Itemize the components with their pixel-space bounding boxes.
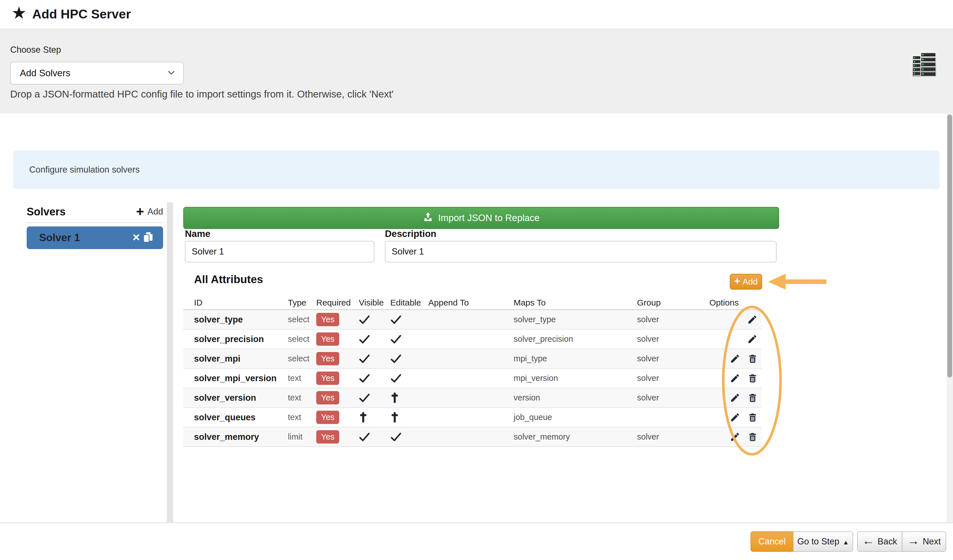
next-label: Next [923,537,941,547]
attr-id: solver_queues [194,412,288,422]
attr-type: select [288,334,316,344]
check-icon [359,354,390,364]
attr-options [709,353,762,364]
attribute-row: solver_precisionselectYessolver_precisio… [183,330,762,349]
required-badge: Yes [316,313,339,326]
attr-maps-to: version [514,393,637,402]
attribute-row: solver_mpi_versiontextYesmpi_versionsolv… [183,369,762,388]
attr-group: solver [637,432,709,441]
scrollbar-thumb[interactable] [947,114,952,377]
pencil-icon[interactable] [747,334,757,344]
check-icon [390,354,428,364]
upload-icon [423,212,433,224]
plus-icon: + [136,206,144,217]
add-solver-button[interactable]: + Add [136,206,163,217]
attr-id: solver_type [194,314,288,325]
import-json-button[interactable]: Import JSON to Replace [183,207,779,229]
drop-hint-text: Drop a JSON-formatted HPC config file to… [10,88,394,100]
trash-icon[interactable] [748,432,757,442]
required-badge: Yes [316,333,339,346]
check-icon [359,393,390,403]
required-badge: Yes [316,352,339,365]
column-header-type: Type [288,298,316,308]
plus-icon: + [734,275,740,287]
wizard-footer: Cancel Go to Step ▲ ← Back → Next [0,522,953,560]
info-banner: Configure simulation solvers [13,150,940,189]
attr-type: select [288,315,316,324]
name-input[interactable] [185,241,374,262]
attr-options [709,314,762,325]
solvers-panel-header: Solvers + Add [26,206,163,223]
required-badge: Yes [316,391,339,404]
attribute-row: solver_typeselectYessolver_typesolver [183,310,762,330]
column-header-required: Required [316,298,359,308]
check-icon [359,314,390,325]
page-title: Add HPC Server [33,7,131,22]
cross-icon [390,392,428,404]
solvers-title: Solvers [26,206,65,218]
add-attribute-label: Add [743,277,757,286]
attr-required: Yes [316,352,359,365]
column-header-group: Group [637,298,709,308]
attr-group: solver [637,354,709,364]
attr-group: solver [637,393,709,402]
attributes-table-header: ID Type Required Visible Editable Append… [183,296,762,310]
attr-group: solver [637,373,709,383]
required-badge: Yes [316,371,339,385]
attr-type: text [288,373,316,383]
back-label: Back [877,537,897,547]
cross-icon [390,411,428,423]
attr-id: solver_precision [194,334,288,344]
all-attributes-title: All Attributes [194,273,263,286]
solver-item-actions: × [132,231,154,244]
back-button[interactable]: ← Back [857,531,902,552]
cross-icon [359,411,390,423]
attr-maps-to: mpi_version [514,373,637,383]
cancel-button[interactable]: Cancel [750,531,793,552]
trash-icon[interactable] [748,373,757,384]
panel-splitter[interactable] [167,203,173,522]
add-attribute-button[interactable]: + Add [730,274,762,289]
attribute-row: solver_queuestextYesjob_queue [183,408,762,427]
step-select[interactable]: Add Solvers [10,62,184,85]
pencil-icon[interactable] [730,432,740,442]
chevron-down-icon [167,68,176,78]
attr-required: Yes [316,391,359,404]
scrollbar-track [947,113,953,522]
attributes-table: ID Type Required Visible Editable Append… [183,296,762,447]
attr-required: Yes [316,411,359,424]
cancel-label: Cancel [759,537,786,547]
pencil-icon[interactable] [730,373,740,384]
next-button[interactable]: → Next [902,531,946,552]
check-icon [359,432,390,442]
attr-required: Yes [316,430,359,444]
attr-group: solver [637,315,709,324]
pencil-icon[interactable] [747,314,757,325]
solver-list-item[interactable]: Solver 1 × [26,226,163,249]
attr-maps-to: solver_type [514,315,637,324]
close-icon[interactable]: × [132,231,140,243]
attributes-rows: solver_typeselectYessolver_typesolversol… [183,310,762,447]
attr-options [709,334,762,344]
pencil-icon[interactable] [730,412,740,423]
check-icon [390,373,428,384]
attr-type: text [288,413,316,422]
attribute-row: solver_memorylimitYessolver_memorysolver [183,427,762,447]
check-icon [359,334,390,344]
pencil-icon[interactable] [730,393,740,403]
description-label: Description [385,228,436,239]
attr-maps-to: mpi_type [514,354,637,364]
solver-item-name: Solver 1 [39,232,80,244]
copy-icon[interactable] [142,231,154,244]
go-to-step-button[interactable]: Go to Step ▲ [793,531,853,552]
description-input[interactable] [385,241,777,262]
attr-group: solver [637,334,709,344]
attr-id: solver_mpi [194,354,288,364]
attr-id: solver_mpi_version [194,373,288,384]
trash-icon[interactable] [748,393,757,403]
pencil-icon[interactable] [730,353,740,364]
attr-id: solver_memory [194,432,288,442]
column-header-editable: Editable [390,298,428,308]
trash-icon[interactable] [748,353,757,364]
trash-icon[interactable] [748,412,757,423]
